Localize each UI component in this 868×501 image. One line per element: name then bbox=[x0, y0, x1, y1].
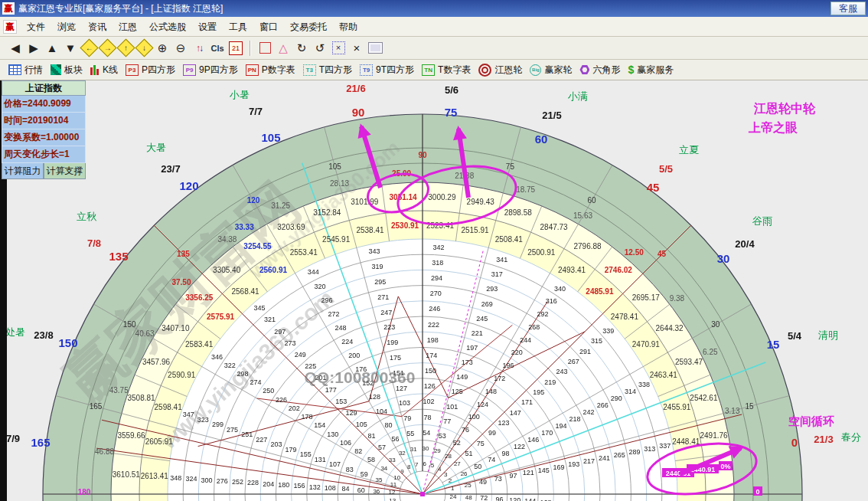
triangle-tool-icon[interactable]: △ bbox=[275, 40, 292, 57]
rect-tool-icon[interactable] bbox=[256, 40, 273, 57]
pointer-up-icon[interactable]: ▲ bbox=[44, 40, 60, 57]
svg-text:246: 246 bbox=[429, 305, 440, 313]
menu-item-9[interactable]: 交易委托 bbox=[284, 19, 333, 34]
delete-box-icon[interactable]: × bbox=[330, 40, 347, 57]
svg-text:221: 221 bbox=[472, 329, 483, 337]
menu-item-2[interactable]: 浏览 bbox=[51, 19, 82, 34]
svg-text:218: 218 bbox=[569, 415, 581, 423]
rotate-cw-icon[interactable]: ↻ bbox=[293, 40, 310, 57]
svg-text:217: 217 bbox=[583, 457, 595, 465]
svg-text:300: 300 bbox=[201, 476, 213, 484]
tool-t-table[interactable]: TNT数字表 bbox=[422, 64, 471, 77]
clear-screen-icon[interactable]: Cls bbox=[209, 40, 226, 57]
tool-p-table[interactable]: PNP数字表 bbox=[246, 64, 295, 77]
tool-winner-wheel[interactable]: Big赢家轮 bbox=[530, 64, 572, 77]
svg-text:7/9: 7/9 bbox=[6, 433, 20, 444]
svg-text:227: 227 bbox=[256, 436, 267, 444]
menu-item-6[interactable]: 设置 bbox=[192, 19, 223, 34]
svg-text:147: 147 bbox=[510, 409, 521, 417]
svg-text:79: 79 bbox=[403, 414, 411, 422]
svg-text:146: 146 bbox=[527, 436, 539, 444]
tool-9t-square[interactable]: T99T四方形 bbox=[360, 64, 414, 77]
updown-marker-icon[interactable]: ↑↓ bbox=[191, 40, 207, 57]
menu-item-4[interactable]: 江恩 bbox=[113, 19, 143, 34]
svg-text:269: 269 bbox=[481, 300, 493, 308]
svg-text:322: 322 bbox=[224, 362, 236, 369]
panel-row-1: 价格=2440.9099 bbox=[2, 96, 86, 113]
svg-text:290: 290 bbox=[611, 395, 622, 402]
svg-text:12.50: 12.50 bbox=[625, 248, 644, 257]
svg-text:317: 317 bbox=[491, 270, 503, 278]
tool-t-square[interactable]: T3T四方形 bbox=[303, 64, 352, 77]
svg-text:2448.41: 2448.41 bbox=[672, 437, 700, 446]
menu-item-5[interactable]: 公式选股 bbox=[143, 19, 192, 34]
svg-text:28.13: 28.13 bbox=[330, 179, 349, 188]
svg-text:168: 168 bbox=[540, 499, 551, 501]
svg-text:37.50: 37.50 bbox=[171, 278, 191, 287]
diamond-up-icon[interactable]: ↑ bbox=[117, 40, 134, 57]
svg-text:34.38: 34.38 bbox=[217, 235, 237, 244]
tool-hexagon[interactable]: 六角形 bbox=[579, 64, 620, 77]
hexagon-label: 六角形 bbox=[592, 64, 620, 77]
calc-support-button[interactable]: 计算支撑 bbox=[44, 163, 86, 179]
menu-item-1[interactable]: 文件 bbox=[21, 19, 51, 34]
calendar-icon[interactable]: 21 bbox=[227, 40, 244, 57]
move-tool-icon[interactable]: × bbox=[348, 40, 365, 57]
gann-wheel-canvas[interactable]: 赢家财富网www.yingjia360.comwww.yingjia360.co… bbox=[0, 80, 868, 501]
svg-text:31.25: 31.25 bbox=[271, 201, 290, 210]
diamond-right-icon[interactable]: → bbox=[99, 40, 116, 57]
svg-text:2515.91: 2515.91 bbox=[461, 226, 489, 234]
screen-tool-icon[interactable] bbox=[367, 40, 383, 57]
tool-kline[interactable]: K线 bbox=[90, 64, 118, 77]
svg-text:106: 106 bbox=[340, 439, 351, 447]
customer-service-button[interactable]: 客服 bbox=[830, 2, 866, 15]
tool-p-square[interactable]: P3P四方形 bbox=[126, 64, 175, 77]
svg-text:224: 224 bbox=[341, 338, 353, 345]
window-title: 赢家江恩专业版[赢家服务平台] - [上证指数 江恩轮] bbox=[18, 2, 830, 15]
app-logo-icon: 赢 bbox=[2, 2, 15, 15]
tool-winner-service[interactable]: $赢家服务 bbox=[628, 64, 674, 77]
svg-text:小暑: 小暑 bbox=[229, 89, 250, 100]
menu-item-7[interactable]: 工具 bbox=[223, 19, 253, 34]
svg-text:处暑: 处暑 bbox=[5, 326, 25, 338]
svg-text:129: 129 bbox=[345, 409, 357, 417]
parameter-panel: 上证指数 价格=2440.9099时间=20190104变换系数=1.00000… bbox=[2, 80, 86, 179]
prev-arrow-icon[interactable]: ◀ bbox=[7, 40, 24, 57]
menu-item-10[interactable]: 帮助 bbox=[333, 19, 364, 34]
svg-text:100: 100 bbox=[468, 413, 480, 421]
tool-9p-square[interactable]: P99P四方形 bbox=[183, 64, 238, 77]
svg-text:247: 247 bbox=[380, 309, 392, 316]
menu-item-3[interactable]: 资讯 bbox=[82, 19, 113, 34]
svg-text:56: 56 bbox=[391, 435, 399, 443]
svg-text:2478.41: 2478.41 bbox=[611, 313, 639, 321]
svg-text:2470.91: 2470.91 bbox=[632, 340, 661, 349]
zoom-in-icon[interactable]: ⊕ bbox=[154, 40, 171, 57]
tool-sectors[interactable]: 板块 bbox=[51, 64, 83, 77]
calc-resistance-button[interactable]: 计算阻力 bbox=[2, 163, 44, 179]
zoom-out-icon[interactable]: ⊖ bbox=[172, 40, 189, 57]
svg-text:立夏: 立夏 bbox=[679, 144, 699, 156]
svg-text:5/5: 5/5 bbox=[659, 163, 673, 175]
svg-text:324: 324 bbox=[185, 475, 197, 483]
tool-gann-wheel[interactable]: 江恩轮 bbox=[478, 64, 522, 77]
tool-quotes[interactable]: 行情 bbox=[8, 64, 43, 77]
sectors-icon bbox=[51, 64, 61, 75]
svg-text:165: 165 bbox=[90, 402, 103, 411]
svg-text:271: 271 bbox=[377, 293, 389, 301]
svg-text:120: 120 bbox=[179, 179, 198, 192]
diamond-down-icon[interactable]: ↓ bbox=[135, 40, 152, 57]
rotate-ccw-icon[interactable]: ↺ bbox=[312, 40, 328, 57]
gann-toolbar: 行情板块K线P3P四方形P99P四方形PNP数字表T3T四方形T99T四方形TN… bbox=[0, 60, 868, 80]
svg-text:21/5: 21/5 bbox=[542, 110, 561, 121]
svg-text:75: 75 bbox=[506, 162, 515, 171]
t-table-icon: TN bbox=[422, 64, 435, 76]
menu-item-8[interactable]: 窗口 bbox=[253, 19, 284, 34]
next-arrow-icon[interactable]: ▶ bbox=[25, 40, 42, 57]
svg-text:294: 294 bbox=[431, 274, 442, 282]
svg-text:198: 198 bbox=[427, 336, 439, 344]
diamond-left-icon[interactable]: ← bbox=[80, 40, 97, 57]
pointer-down-icon[interactable]: ▼ bbox=[62, 40, 79, 57]
winner-wheel-icon: Big bbox=[530, 64, 541, 76]
svg-text:346: 346 bbox=[211, 353, 223, 361]
svg-text:123: 123 bbox=[498, 419, 510, 427]
